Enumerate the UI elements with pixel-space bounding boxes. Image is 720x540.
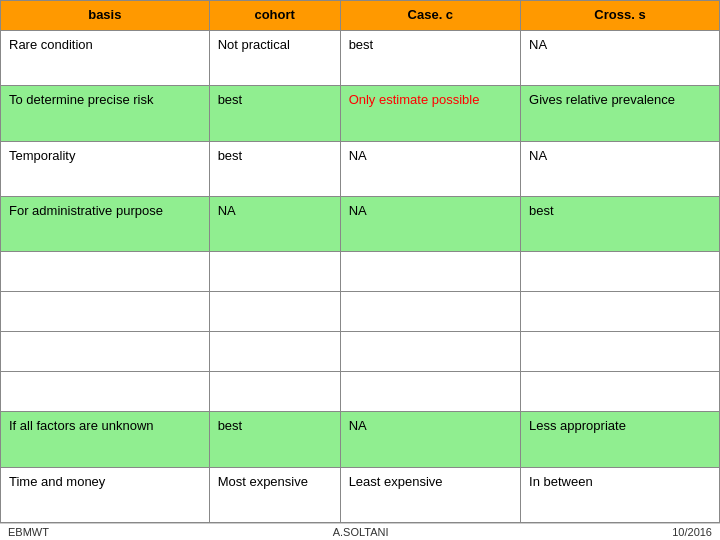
bottom-cell-1-col3: Least expensive	[340, 467, 520, 522]
footer-center: A.SOLTANI	[333, 526, 389, 538]
bottom-table-row: Time and moneyMost expensiveLeast expens…	[1, 467, 720, 522]
cell-2-col3: NA	[340, 141, 520, 196]
cell-3-col3: NA	[340, 196, 520, 251]
header-col2: cohort	[209, 1, 340, 31]
bottom-table-row: If all factors are unknownbestNALess app…	[1, 412, 720, 467]
cell-3-col2: NA	[209, 196, 340, 251]
cell-0-col2: Not practical	[209, 30, 340, 85]
header-col4: Cross. s	[521, 1, 720, 31]
empty-row	[1, 252, 720, 292]
empty-cell-0-1	[209, 252, 340, 292]
footer-right: 10/2016	[672, 526, 712, 538]
empty-cell-1-0	[1, 292, 210, 332]
cell-1-col3: Only estimate possible	[340, 86, 520, 141]
cell-3-col1: For administrative purpose	[1, 196, 210, 251]
empty-cell-0-3	[521, 252, 720, 292]
footer-bar: EBMWT A.SOLTANI 10/2016	[0, 523, 720, 540]
empty-row	[1, 332, 720, 372]
empty-cell-1-2	[340, 292, 520, 332]
bottom-cell-0-col3: NA	[340, 412, 520, 467]
footer-left: EBMWT	[8, 526, 49, 538]
cell-0-col4: NA	[521, 30, 720, 85]
cell-2-col4: NA	[521, 141, 720, 196]
cell-1-col1: To determine precise risk	[1, 86, 210, 141]
cell-3-col4: best	[521, 196, 720, 251]
empty-cell-2-0	[1, 332, 210, 372]
table-row: To determine precise riskbestOnly estima…	[1, 86, 720, 141]
header-col3: Case. c	[340, 1, 520, 31]
cell-1-col4: Gives relative prevalence	[521, 86, 720, 141]
empty-cell-0-2	[340, 252, 520, 292]
cell-2-col1: Temporality	[1, 141, 210, 196]
empty-cell-2-1	[209, 332, 340, 372]
bottom-cell-0-col4: Less appropriate	[521, 412, 720, 467]
empty-cell-2-2	[340, 332, 520, 372]
table-row: TemporalitybestNANA	[1, 141, 720, 196]
bottom-cell-1-col1: Time and money	[1, 467, 210, 522]
header-row: basis cohort Case. c Cross. s	[1, 1, 720, 31]
cell-0-col3: best	[340, 30, 520, 85]
empty-cell-3-3	[521, 372, 720, 412]
bottom-cell-1-col4: In between	[521, 467, 720, 522]
empty-row	[1, 292, 720, 332]
page-wrapper: basis cohort Case. c Cross. s Rare condi…	[0, 0, 720, 540]
empty-cell-0-0	[1, 252, 210, 292]
cell-1-col2: best	[209, 86, 340, 141]
empty-cell-3-2	[340, 372, 520, 412]
empty-cell-3-1	[209, 372, 340, 412]
table-row: For administrative purposeNANAbest	[1, 196, 720, 251]
bottom-cell-1-col2: Most expensive	[209, 467, 340, 522]
empty-cell-2-3	[521, 332, 720, 372]
bottom-cell-0-col1: If all factors are unknown	[1, 412, 210, 467]
cell-2-col2: best	[209, 141, 340, 196]
empty-row	[1, 372, 720, 412]
table-row: Rare conditionNot practicalbestNA	[1, 30, 720, 85]
empty-cell-1-1	[209, 292, 340, 332]
empty-cell-1-3	[521, 292, 720, 332]
bottom-cell-0-col2: best	[209, 412, 340, 467]
header-col1: basis	[1, 1, 210, 31]
empty-cell-3-0	[1, 372, 210, 412]
cell-0-col1: Rare condition	[1, 30, 210, 85]
main-table: basis cohort Case. c Cross. s Rare condi…	[0, 0, 720, 523]
